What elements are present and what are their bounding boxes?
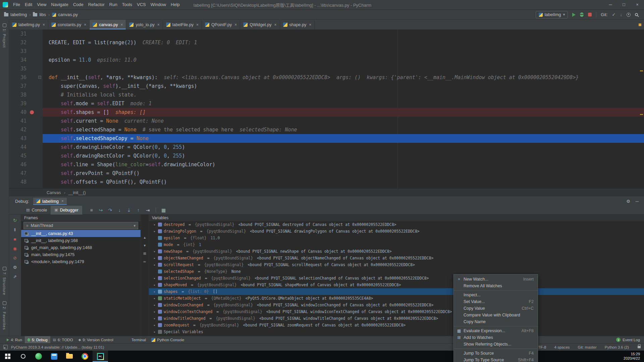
mute-breakpoints-icon[interactable]: ⊘ [13, 255, 17, 260]
variable-row-epsilon[interactable]: epsilon = {float} 11.0 [149, 235, 644, 241]
gutter-line-49[interactable]: 49 [9, 186, 43, 188]
editor-tab-constants-py[interactable]: constants.py× [48, 20, 90, 29]
code-line-35[interactable]: 35 [9, 64, 644, 73]
fold-icon[interactable] [38, 76, 41, 79]
editor-tab-qpointf-py[interactable]: QPointF.py× [202, 20, 240, 29]
close-icon[interactable]: × [196, 22, 199, 27]
editor-tab-qwidget-py[interactable]: QWidget.py× [240, 20, 280, 29]
code-line-39[interactable]: 39 self.mode = self.EDIT mode: 1 [9, 99, 644, 108]
tool-window-switcher-icon[interactable] [3, 345, 8, 349]
gutter-line-44[interactable]: 44 [9, 143, 43, 152]
code-line-42[interactable]: 42 self.selectedShape = None # save the … [9, 125, 644, 134]
variable-row-selectedshape[interactable]: selectedShape = {NoneType} None [149, 268, 644, 275]
menu-file[interactable]: File [11, 2, 22, 7]
expand-icon[interactable]: ▸ [153, 330, 156, 334]
taskbar-clock[interactable]: 15:292020/4/22 [624, 351, 644, 362]
gutter-line-48[interactable]: 48 [9, 178, 43, 186]
stripe-button-1-project[interactable]: 1: Project [2, 23, 6, 48]
tab-console[interactable]: ▤Console [22, 206, 51, 215]
debug-button[interactable] [580, 12, 584, 17]
code-line-41[interactable]: 41 self.current = None current: None [9, 117, 644, 125]
update-project-icon[interactable]: ↓ [620, 12, 623, 17]
inspections-lock-icon[interactable] [638, 346, 641, 348]
taskbar-pycharm[interactable] [93, 351, 108, 362]
toolwindow-button-5-debug[interactable]: 5: Debug [25, 336, 50, 344]
pin-icon[interactable]: ⇗ [13, 274, 17, 279]
code-line-33[interactable]: 33 [9, 47, 644, 56]
breadcrumb-labelimg[interactable]: labelImg [4, 12, 27, 17]
show-execution-point-icon[interactable]: ↪ [97, 207, 105, 213]
variable-row-zoomrequest[interactable]: ▸zoomRequest = {pyqtBoundSignal} <bound … [149, 322, 644, 328]
expand-icon[interactable]: ▸ [153, 297, 156, 300]
code-line-49[interactable]: 49 self.scale = 1.0 [9, 186, 644, 188]
expand-icon[interactable]: ▸ [153, 250, 156, 253]
code-line-32[interactable]: 32CREATE, EDIT = list(range(2)) CREATE: … [9, 38, 644, 47]
frame-row[interactable]: get_main_app, labelImg.py:1468 [21, 244, 141, 251]
close-icon[interactable]: × [120, 22, 123, 27]
gutter-line-31[interactable]: 31 [9, 29, 43, 38]
tab-debugger[interactable]: ▣Debugger [51, 206, 82, 215]
toolwindow-button-python-console[interactable]: Python Console [149, 336, 187, 344]
code-line-31[interactable]: 31 [9, 29, 644, 38]
taskbar-search[interactable] [15, 351, 31, 362]
menu-refactor[interactable]: Refactor [86, 2, 107, 7]
pause-icon[interactable]: ‖ [14, 227, 16, 232]
stop-icon[interactable]: ■ [14, 237, 16, 242]
taskbar-windows-start[interactable] [0, 351, 15, 362]
code-line-38[interactable]: 38 # Initialise local state. [9, 90, 644, 99]
breakpoint-icon[interactable] [30, 110, 34, 114]
menu-code[interactable]: Code [71, 2, 86, 7]
expand-icon[interactable]: ▸ [153, 223, 156, 226]
run-button[interactable] [572, 13, 576, 17]
stripe-button-2-favorites[interactable]: 2: Favorites [2, 301, 6, 330]
variable-row-staticmetaobject[interactable]: ▸staticMetaObject = {QMetaObject} <PyQt5… [149, 295, 644, 302]
inspection-mark[interactable] [640, 114, 643, 115]
expand-icon[interactable]: ▸ [153, 310, 156, 313]
gutter-line-38[interactable]: 38 [9, 90, 43, 99]
expand-icon[interactable]: ▸ [153, 283, 156, 287]
debug-session-tab[interactable]: labelImg × [33, 198, 67, 205]
gutter-line-37[interactable]: 37 [9, 82, 43, 90]
code-line-37[interactable]: 37 super(Canvas, self).__init__(*args, *… [9, 82, 644, 90]
code-line-40[interactable]: 40 self.shapes = [] shapes: [] [9, 108, 644, 117]
gutter-line-35[interactable]: 35 [9, 64, 43, 73]
menu-vcs[interactable]: VCS [135, 2, 148, 7]
menu-tools[interactable]: Tools [120, 2, 135, 7]
context-menu-item-show-referring-objects[interactable]: Show Referring Objects... [454, 341, 538, 348]
gutter-line-34[interactable]: 34 [9, 56, 43, 64]
expand-icon[interactable]: ▸ [153, 230, 156, 233]
code-editor[interactable]: 3132CREATE, EDIT = list(range(2)) CREATE… [9, 29, 644, 188]
context-menu-item-evaluate-expression[interactable]: ▦Evaluate Expression...Alt+F8 [454, 327, 538, 334]
expand-icon[interactable]: ▸ [153, 290, 156, 293]
close-icon[interactable]: × [309, 22, 311, 27]
run-to-cursor-icon[interactable]: ⇥ [144, 207, 152, 213]
toolwindow-button-9-version-control[interactable]: ◆9: Version Control [76, 336, 116, 344]
code-line-44[interactable]: 44 self.drawingLineColor = QColor(0, 0, … [9, 143, 644, 152]
stop-button[interactable] [588, 13, 592, 16]
editor-tab-labelimg-py[interactable]: labelImg.py× [9, 20, 48, 29]
breadcrumb-canvas-py[interactable]: canvas.py [52, 12, 78, 17]
variable-row-objectnamechanged[interactable]: ▸objectNameChanged = {pyqtBoundSignal} <… [149, 255, 644, 261]
context-menu-item-compare-value-with-clipboard[interactable]: Compare Value with Clipboard [454, 312, 538, 318]
variable-row-mode[interactable]: mode = {int} 1 [149, 241, 644, 248]
variable-row-drawingpolygon[interactable]: ▸drawingPolygon = {pyqtBoundSignal} <bou… [149, 228, 644, 235]
variable-row-windowiconchanged[interactable]: ▸windowIconChanged = {pyqtBoundSignal} <… [149, 302, 644, 308]
step-over-icon[interactable]: ↷ [106, 207, 114, 213]
editor-tab-canvas-py[interactable]: canvas.py× [90, 20, 126, 29]
close-icon[interactable]: × [84, 22, 86, 27]
hide-panel-icon[interactable]: ─ [636, 199, 639, 204]
run-config-select[interactable]: labelImg ▾ [536, 11, 568, 18]
step-out-icon[interactable]: ↑ [135, 207, 143, 213]
threads-view-icon[interactable]: ∞ [144, 259, 146, 263]
context-menu-item-set-value[interactable]: Set Value...F2 [454, 298, 538, 305]
close-button[interactable]: × [631, 0, 644, 9]
code-line-48[interactable]: 48 self.offsets = QPointF(), QPointF() [9, 178, 644, 186]
close-icon[interactable]: × [234, 22, 237, 27]
gutter-line-39[interactable]: 39 [9, 99, 43, 108]
settings-icon[interactable]: ⚙ [13, 265, 17, 270]
menu-navigate[interactable]: Navigate [49, 2, 70, 7]
minimize-button[interactable]: ─ [604, 0, 617, 9]
scroll-up-icon[interactable]: ▴ [144, 235, 146, 240]
code-line-47[interactable]: 47 self.prevPoint = QPointF() [9, 169, 644, 178]
gutter-line-43[interactable]: 43 [9, 134, 43, 143]
